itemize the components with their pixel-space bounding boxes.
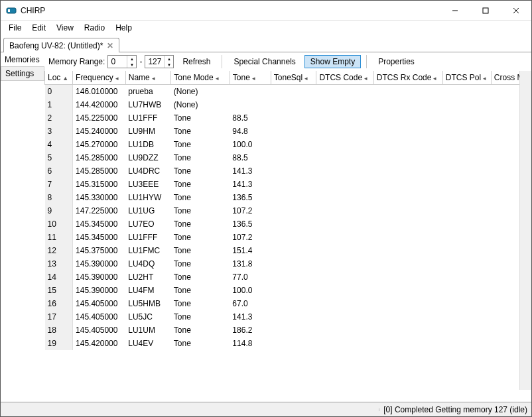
cell-frequency[interactable]: 144.420000 <box>73 98 126 111</box>
cell-tone-mode[interactable]: Tone <box>171 297 230 310</box>
cell-tone-mode[interactable]: Tone <box>171 204 230 217</box>
cell-tone-mode[interactable]: Tone <box>171 270 230 284</box>
cell-frequency[interactable]: 145.270000 <box>73 138 126 151</box>
cell-tonesql[interactable] <box>271 138 316 151</box>
cell-tonesql[interactable] <box>271 337 316 350</box>
cell-frequency[interactable]: 145.330000 <box>73 191 126 204</box>
cell-dtcs-code[interactable] <box>316 284 373 297</box>
cell-tonesql[interactable] <box>271 151 316 164</box>
cell-tonesql[interactable] <box>271 204 316 217</box>
cell-cross-mode[interactable] <box>491 337 519 350</box>
menu-edit[interactable]: Edit <box>27 22 51 34</box>
col-tonesql[interactable]: ToneSql◂ <box>271 71 316 84</box>
cell-dtcs-code[interactable] <box>316 204 373 217</box>
cell-name[interactable]: LU4EV <box>125 337 171 350</box>
cell-dtcs-code[interactable] <box>316 324 373 337</box>
cell-dtcs-code[interactable] <box>316 244 373 257</box>
cell-loc[interactable]: 3 <box>45 125 73 138</box>
table-row[interactable]: 10145.345000LU7EOTone136.5- <box>45 217 520 231</box>
menu-file[interactable]: File <box>3 22 27 34</box>
col-dtcs-code[interactable]: DTCS Code◂ <box>316 71 373 84</box>
cell-frequency[interactable]: 145.405000 <box>73 324 126 337</box>
spin-down-icon[interactable]: ▼ <box>127 62 136 68</box>
cell-cross-mode[interactable] <box>491 257 519 270</box>
cell-loc[interactable]: 5 <box>45 151 73 164</box>
cell-dtcs-code[interactable] <box>316 138 373 151</box>
table-row[interactable]: 6145.285000LU4DRCTone141.3- <box>45 164 520 178</box>
cell-dtcs-rx-code[interactable] <box>373 204 442 217</box>
cell-dtcs-rx-code[interactable] <box>373 151 442 164</box>
cell-tonesql[interactable] <box>271 284 316 297</box>
range-to-spin[interactable]: ▲▼ <box>145 55 174 68</box>
table-row[interactable]: 13145.390000LU4DQTone131.8- <box>45 257 520 270</box>
col-cross-mode[interactable]: Cross Mode◂ <box>491 71 519 84</box>
cell-tone-mode[interactable]: Tone <box>171 284 230 297</box>
cell-dtcs-pol[interactable] <box>442 138 491 151</box>
cell-dtcs-pol[interactable] <box>442 164 491 178</box>
cell-cross-mode[interactable] <box>491 204 519 217</box>
cell-dtcs-code[interactable] <box>316 98 373 111</box>
cell-loc[interactable]: 17 <box>45 310 73 324</box>
cell-frequency[interactable]: 145.345000 <box>73 217 126 231</box>
minimize-button[interactable] <box>440 1 470 21</box>
cell-loc[interactable]: 14 <box>45 270 73 284</box>
cell-tone[interactable] <box>230 84 271 98</box>
cell-tonesql[interactable] <box>271 98 316 111</box>
cell-dtcs-pol[interactable] <box>442 217 491 231</box>
cell-dtcs-rx-code[interactable] <box>373 270 442 284</box>
cell-loc[interactable]: 0 <box>45 84 73 98</box>
cell-loc[interactable]: 2 <box>45 111 73 125</box>
cell-loc[interactable]: 6 <box>45 164 73 178</box>
cell-tone-mode[interactable]: Tone <box>171 164 230 178</box>
cell-dtcs-code[interactable] <box>316 310 373 324</box>
table-row[interactable]: 0146.010000prueba(None)off <box>45 84 520 98</box>
close-button[interactable] <box>501 1 531 21</box>
cell-dtcs-rx-code[interactable] <box>373 84 442 98</box>
cell-dtcs-pol[interactable] <box>442 84 491 98</box>
cell-frequency[interactable]: 145.285000 <box>73 164 126 178</box>
cell-dtcs-rx-code[interactable] <box>373 337 442 350</box>
cell-dtcs-rx-code[interactable] <box>373 217 442 231</box>
spin-up-icon[interactable]: ▲ <box>165 56 173 62</box>
range-from-input[interactable] <box>108 56 127 68</box>
cell-dtcs-code[interactable] <box>316 217 373 231</box>
table-row[interactable]: 18145.405000LU1UMTone186.2- <box>45 324 520 337</box>
cell-dtcs-pol[interactable] <box>442 297 491 310</box>
cell-name[interactable]: prueba <box>125 84 171 98</box>
spin-up-icon[interactable]: ▲ <box>127 56 136 62</box>
cell-tonesql[interactable] <box>271 297 316 310</box>
cell-dtcs-code[interactable] <box>316 257 373 270</box>
special-channels-button[interactable]: Special Channels <box>228 55 301 68</box>
cell-tonesql[interactable] <box>271 231 316 244</box>
cell-dtcs-code[interactable] <box>316 111 373 125</box>
cell-cross-mode[interactable] <box>491 284 519 297</box>
cell-dtcs-pol[interactable] <box>442 231 491 244</box>
cell-name[interactable]: LU1DB <box>125 138 171 151</box>
show-empty-button[interactable]: Show Empty <box>304 55 361 68</box>
cell-frequency[interactable]: 145.285000 <box>73 151 126 164</box>
table-row[interactable]: 11145.345000LU1FFFTone107.2- <box>45 231 520 244</box>
cell-tonesql[interactable] <box>271 164 316 178</box>
cell-tone[interactable]: 88.5 <box>230 111 271 125</box>
cell-tone[interactable]: 114.8 <box>230 337 271 350</box>
cell-dtcs-rx-code[interactable] <box>373 284 442 297</box>
range-to-input[interactable] <box>145 56 164 68</box>
table-row[interactable]: 14145.390000LU2HTTone77.0- <box>45 270 520 284</box>
table-row[interactable]: 15145.390000LU4FMTone100.0- <box>45 284 520 297</box>
cell-cross-mode[interactable] <box>491 178 519 191</box>
cell-loc[interactable]: 7 <box>45 178 73 191</box>
cell-dtcs-pol[interactable] <box>442 337 491 350</box>
cell-cross-mode[interactable] <box>491 270 519 284</box>
cell-dtcs-pol[interactable] <box>442 310 491 324</box>
table-row[interactable]: 17145.405000LU5JCTone141.3- <box>45 310 520 324</box>
cell-tonesql[interactable] <box>271 217 316 231</box>
cell-dtcs-rx-code[interactable] <box>373 310 442 324</box>
cell-name[interactable]: LU9DZZ <box>125 151 171 164</box>
cell-name[interactable]: LU1FMC <box>125 244 171 257</box>
cell-name[interactable]: LU1FFF <box>125 231 171 244</box>
col-dtcs-pol[interactable]: DTCS Pol◂ <box>442 71 491 84</box>
cell-tone[interactable]: 107.2 <box>230 231 271 244</box>
cell-frequency[interactable]: 145.420000 <box>73 337 126 350</box>
cell-frequency[interactable]: 145.240000 <box>73 125 126 138</box>
cell-loc[interactable]: 16 <box>45 297 73 310</box>
